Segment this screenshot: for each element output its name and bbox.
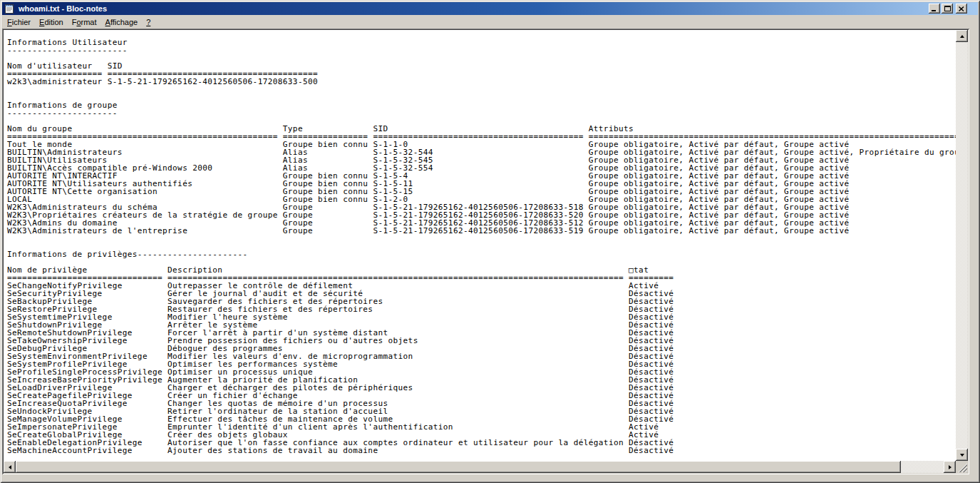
notepad-icon bbox=[4, 3, 15, 14]
horizontal-scrollbar[interactable] bbox=[4, 461, 956, 473]
arrow-left-icon bbox=[9, 465, 11, 469]
menu-affichage[interactable]: Affichage bbox=[101, 16, 143, 28]
maximize-icon bbox=[944, 6, 951, 11]
resize-grip-icon bbox=[956, 461, 968, 473]
title-bar[interactable]: whoami.txt - Bloc-notes bbox=[2, 2, 978, 15]
scroll-left-button[interactable] bbox=[4, 461, 16, 473]
arrow-up-icon bbox=[960, 35, 964, 38]
window-controls bbox=[929, 4, 967, 14]
arrow-right-icon bbox=[949, 465, 951, 469]
vertical-scrollbar[interactable] bbox=[956, 30, 968, 461]
minimize-icon bbox=[932, 6, 937, 11]
resize-grip[interactable] bbox=[956, 461, 968, 473]
window-bottom-border bbox=[2, 474, 978, 481]
scroll-right-button[interactable] bbox=[944, 461, 956, 473]
menu-format[interactable]: Format bbox=[68, 16, 101, 28]
vertical-scroll-track[interactable] bbox=[956, 42, 968, 449]
menu-bar: Fichier Edition Format Affichage ? bbox=[2, 15, 978, 29]
menu-fichier[interactable]: Fichier bbox=[3, 16, 35, 28]
scroll-down-button[interactable] bbox=[956, 449, 968, 461]
menu-edition[interactable]: Edition bbox=[35, 16, 68, 28]
menu-aide[interactable]: ? bbox=[142, 16, 155, 28]
arrow-down-icon bbox=[960, 454, 964, 457]
maximize-button[interactable] bbox=[942, 4, 953, 14]
text-editor[interactable]: Informations Utilisateur ---------------… bbox=[4, 30, 956, 461]
notepad-window: whoami.txt - Bloc-notes Fichier Edition … bbox=[0, 0, 980, 483]
minimize-button[interactable] bbox=[929, 4, 940, 14]
horizontal-scroll-track[interactable] bbox=[901, 461, 944, 473]
horizontal-scroll-thumb[interactable] bbox=[16, 461, 901, 473]
close-button[interactable] bbox=[956, 4, 967, 14]
scroll-up-button[interactable] bbox=[956, 30, 968, 42]
window-title: whoami.txt - Bloc-notes bbox=[17, 4, 927, 13]
text-content: Informations Utilisateur ---------------… bbox=[4, 30, 956, 454]
close-icon bbox=[959, 6, 964, 11]
document-frame: Informations Utilisateur ---------------… bbox=[2, 29, 969, 474]
